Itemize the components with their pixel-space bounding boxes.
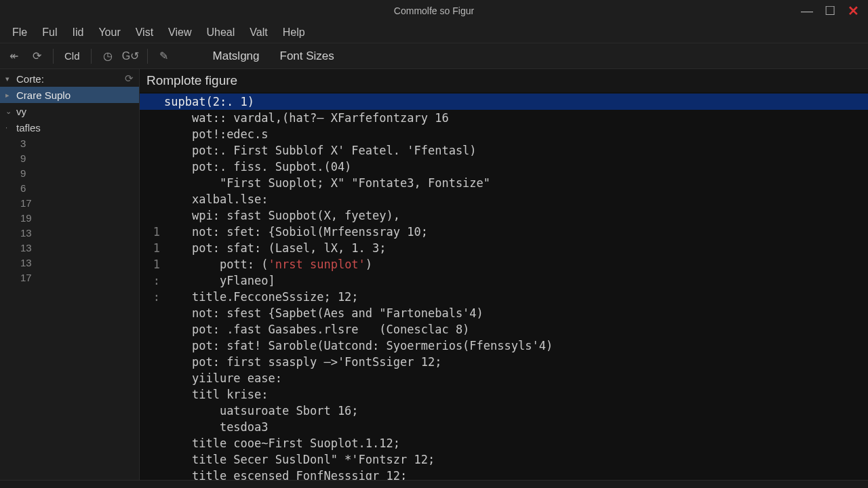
tab-matslgng[interactable]: Matslgng [206,47,267,66]
code-line[interactable]: titl krise: [140,386,868,403]
gutter-mark [149,142,160,159]
gutter-mark [149,386,160,403]
sidebar-header-label: Corte: [16,73,44,85]
line-number: 9 [8,150,139,165]
sidebar-header[interactable]: ▾ Corte: ⟳ [0,70,139,87]
code-line[interactable]: 1 pot: sfat: (Lasel, lX, 1. 3; [140,240,868,256]
code-line[interactable]: pot:. First Subblof X' Featel. 'Ffentasl… [140,142,868,159]
line-number: 13 [8,240,139,255]
line-number: 13 [8,225,139,240]
chevron-right-icon: ▸ [5,91,12,100]
gutter-mark [149,191,160,207]
toolbar: ↞ ⟳ Cld ◷ G↺ ✎ Matslgng Font Sizes [0,43,868,69]
sidebar-item-vy[interactable]: ⌄ vy [0,103,139,119]
code-line[interactable]: pot!:edec.s [140,126,868,142]
gutter-mark [149,94,160,110]
code-line[interactable]: 1 pott: ('nrst sunplot') [140,256,868,272]
sidebar-item-label: vy [16,106,26,117]
token-string: 'nrst sunplot' [269,256,366,272]
gutter-mark: : [149,272,160,289]
minimize-button[interactable]: — [800,4,814,18]
menubar: Fle Ful Iid Your Vist View Uheal Valt He… [0,22,868,43]
gutter-mark: : [149,289,160,305]
line-number: 6 [8,180,139,195]
line-number: 19 [8,210,139,225]
gutter-mark [149,175,160,191]
gutter-mark: 1 [149,256,160,272]
menu-vist[interactable]: Vist [129,24,160,41]
window-controls: — ☐ ✕ [800,0,865,22]
code-line[interactable]: : title.FecconeSssize; 12; [140,289,868,305]
tab-font-sizes[interactable]: Font Sizes [273,47,341,66]
line-number: 13 [8,255,139,270]
window-title: Commolfe so Figur [394,5,474,16]
gutter-mark: 1 [149,224,160,240]
sidebar: ▾ Corte: ⟳ ▸ Crare Suplo ⌄ vy · tafles 3… [0,69,140,480]
menu-help[interactable]: Help [276,24,312,41]
code-line[interactable]: pot: .fast Gasabes.rlsre (Conesclac 8) [140,321,868,338]
refresh-icon[interactable]: ⟳ [28,48,45,64]
close-button[interactable]: ✕ [846,4,860,18]
code-line[interactable]: tesdoa3 [140,419,868,435]
editor[interactable]: Romplote figure supbat(2:. 1) wat:: vard… [140,69,868,480]
gutter-mark [149,305,160,321]
code-line[interactable]: "First Suoplot; X" "Fontate3, Fontsize" [140,175,868,191]
line-number: 17 [8,195,139,210]
code-line[interactable]: xalbal.lse: [140,191,868,207]
sidebar-item-label: tafles [16,122,41,134]
code-line[interactable]: wpi: sfast Suopbot(X, fyetey), [140,207,868,224]
sidebar-header-icon: ⟳ [125,73,134,85]
gutter-mark [149,419,160,435]
main-area: ▾ Corte: ⟳ ▸ Crare Suplo ⌄ vy · tafles 3… [0,69,868,480]
maximize-button[interactable]: ☐ [823,4,837,18]
gutter-mark [149,451,160,468]
menu-ful[interactable]: Ful [35,24,64,41]
sidebar-item-tafles[interactable]: · tafles [0,119,139,136]
chevron-down-icon: ▾ [5,75,12,83]
gutter-mark [149,126,160,142]
line-number: 17 [8,270,139,285]
separator [147,49,148,64]
history-icon[interactable]: ◷ [100,48,116,64]
gutter-mark [149,110,160,126]
code-line[interactable]: pot: sfat! Saroble(Uatcond: Syoermerios(… [140,338,868,354]
line-number: 9 [8,165,139,180]
dot-icon: · [5,123,12,131]
code-line[interactable]: 1 not: sfet: {Sobiol(Mrfeenssray 10; [140,224,868,240]
history-2-icon[interactable]: G↺ [123,48,139,64]
code-line[interactable]: title Secer SuslDonl" *'Fontszr 12; [140,451,868,468]
separator [53,49,54,64]
menu-uheal[interactable]: Uheal [199,24,241,41]
menu-view[interactable]: View [161,24,198,41]
editor-title: Romplote figure [140,69,868,92]
chevron-down-icon: ⌄ [5,107,12,116]
code-line[interactable]: pot: first ssasply —>'FontSsiger 12; [140,354,868,370]
code-line[interactable]: yiilure ease: [140,370,868,386]
code-line[interactable]: title escensed FonfNesssigr 12; [140,468,868,480]
menu-iid[interactable]: Iid [65,24,90,41]
code-line[interactable]: supbat(2:. 1) [140,94,868,110]
sidebar-item-crare-suplo[interactable]: ▸ Crare Suplo [0,87,139,103]
code-line[interactable]: uatsuroate Sbort 16; [140,403,868,419]
separator [91,49,92,64]
menu-file[interactable]: Fle [5,24,34,41]
sidebar-line-numbers: 3 9 9 6 17 19 13 13 13 17 [0,136,139,285]
code-line[interactable]: wat:: vardal,(hat?— XFarfefontzary 16 [140,110,868,126]
gutter-mark [149,159,160,175]
code-body[interactable]: supbat(2:. 1) wat:: vardal,(hat?— XFarfe… [140,92,868,480]
code-line[interactable]: : yFlaneo] [140,272,868,289]
gutter-mark [149,338,160,354]
code-line[interactable]: pot:. fiss. Supbot.(04) [140,159,868,175]
code-line[interactable]: title cooe~First Suoplot.1.12; [140,435,868,451]
sidebar-item-label: Crare Suplo [16,89,71,101]
marker-icon[interactable]: ✎ [156,48,172,64]
code-line[interactable]: not: sfest {Sapbet(Aes and "Fartonebals'… [140,305,868,321]
gutter-mark [149,321,160,338]
menu-your[interactable]: Your [92,24,127,41]
menu-valt[interactable]: Valt [243,24,274,41]
back-arrow-icon[interactable]: ↞ [5,48,22,64]
toolbar-cld[interactable]: Cld [62,50,83,62]
gutter-mark [149,403,160,419]
titlebar: Commolfe so Figur — ☐ ✕ [0,0,868,22]
gutter-mark [149,354,160,370]
